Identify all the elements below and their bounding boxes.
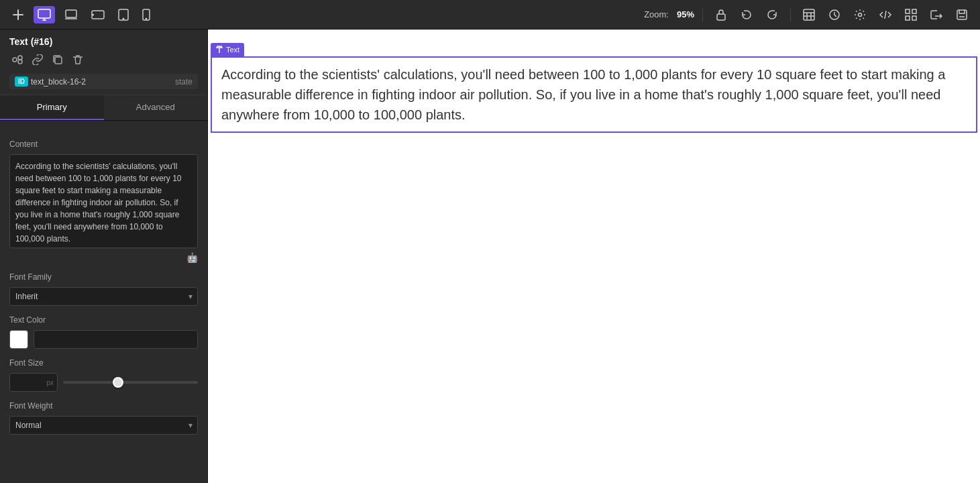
toolbar-right-actions <box>711 6 972 23</box>
color-row <box>9 330 198 349</box>
color-swatch[interactable] <box>9 330 28 349</box>
svg-point-13 <box>13 58 17 62</box>
panel-actions <box>9 52 198 70</box>
content-textarea[interactable]: According to the scientists' calculation… <box>9 154 198 248</box>
link-icon[interactable] <box>30 52 46 70</box>
svg-point-11 <box>859 13 862 16</box>
svg-rect-8 <box>717 14 725 20</box>
settings-button[interactable] <box>850 6 870 23</box>
text-label-badge: Text <box>211 43 244 57</box>
font-family-section: Font Family Inherit Arial Georgia Helvet… <box>9 272 198 306</box>
panel-content: Content According to the scientists' cal… <box>0 121 207 483</box>
duplicate-icon[interactable] <box>50 52 66 70</box>
id-value: text_block-16-2 <box>31 77 175 87</box>
font-weight-select[interactable]: Normal Bold Light 100 200 300 400 500 60… <box>9 416 198 435</box>
left-panel: Text (#16) ID text_block-16-2 state <box>0 30 208 483</box>
delete-icon[interactable] <box>70 52 86 70</box>
font-weight-section: Font Weight Normal Bold Light 100 200 30… <box>9 401 198 435</box>
svg-point-3 <box>93 14 94 15</box>
text-color-section: Text Color <box>9 315 198 349</box>
panel-title: Text (#16) <box>9 36 198 47</box>
svg-point-5 <box>123 18 124 19</box>
table-button[interactable] <box>799 6 819 23</box>
svg-point-14 <box>18 56 22 60</box>
font-size-slider[interactable] <box>63 381 198 384</box>
group-icon[interactable] <box>9 52 25 70</box>
svg-rect-16 <box>55 57 62 64</box>
laptop-view-button[interactable] <box>60 6 82 23</box>
canvas-text-content: According to the scientists' calculation… <box>221 67 945 122</box>
textarea-footer: 🤖 <box>9 252 198 263</box>
text-block[interactable]: Text According to the scientists' calcul… <box>211 56 977 133</box>
state-label: state <box>175 77 193 87</box>
font-size-slider-wrap <box>63 373 198 392</box>
redo-button[interactable] <box>762 6 782 23</box>
id-badge: ID <box>15 76 28 87</box>
undo-button[interactable] <box>737 6 757 23</box>
font-weight-label: Font Weight <box>9 401 198 411</box>
font-family-select[interactable]: Inherit Arial Georgia Helvetica Times Ne… <box>9 287 198 306</box>
font-size-input-wrap: px <box>9 373 58 392</box>
font-family-label: Font Family <box>9 272 198 282</box>
tabs: Primary Advanced <box>0 95 207 121</box>
tab-advanced[interactable]: Advanced <box>104 95 208 120</box>
content-label: Content <box>9 140 198 149</box>
lock-button[interactable] <box>711 6 731 23</box>
svg-point-7 <box>146 18 147 19</box>
canvas-inner: Text According to the scientists' calcul… <box>208 30 980 483</box>
toolbar-divider-1 <box>702 8 703 21</box>
history-button[interactable] <box>824 6 845 23</box>
tab-primary[interactable]: Primary <box>0 95 104 120</box>
content-section: Content According to the scientists' cal… <box>9 140 198 263</box>
svg-rect-9 <box>804 9 814 20</box>
canvas-area[interactable]: Text According to the scientists' calcul… <box>208 30 980 483</box>
toolbar-divider-2 <box>790 8 791 21</box>
add-button[interactable] <box>8 6 28 23</box>
id-row: ID text_block-16-2 state <box>9 74 198 89</box>
zoom-value: 95% <box>677 9 694 19</box>
text-color-label: Text Color <box>9 315 198 325</box>
grid-button[interactable] <box>901 6 921 23</box>
svg-rect-12 <box>957 10 967 19</box>
zoom-label: Zoom: <box>644 9 669 19</box>
svg-point-15 <box>18 60 22 64</box>
export-button[interactable] <box>926 6 946 23</box>
mobile-view-button[interactable] <box>138 6 154 23</box>
desktop-view-button[interactable] <box>34 6 55 23</box>
font-size-row: px <box>9 373 198 392</box>
font-weight-select-wrapper: Normal Bold Light 100 200 300 400 500 60… <box>9 416 198 435</box>
svg-rect-0 <box>38 9 50 18</box>
font-size-label: Font Size <box>9 358 198 368</box>
tablet-view-button[interactable] <box>114 6 133 23</box>
code-button[interactable] <box>875 6 895 23</box>
main-layout: Text (#16) ID text_block-16-2 state <box>0 30 980 483</box>
panel-header: Text (#16) ID text_block-16-2 state <box>0 30 207 95</box>
top-toolbar: Zoom: 95% <box>0 0 980 30</box>
save-button[interactable] <box>952 6 972 23</box>
ai-icon[interactable]: 🤖 <box>186 252 198 263</box>
svg-rect-1 <box>66 10 76 17</box>
color-input[interactable] <box>34 330 198 349</box>
px-unit-label: px <box>46 379 54 386</box>
font-family-select-wrapper: Inherit Arial Georgia Helvetica Times Ne… <box>9 287 198 306</box>
tablet-landscape-view-button[interactable] <box>87 6 109 23</box>
font-size-section: Font Size px <box>9 358 198 392</box>
